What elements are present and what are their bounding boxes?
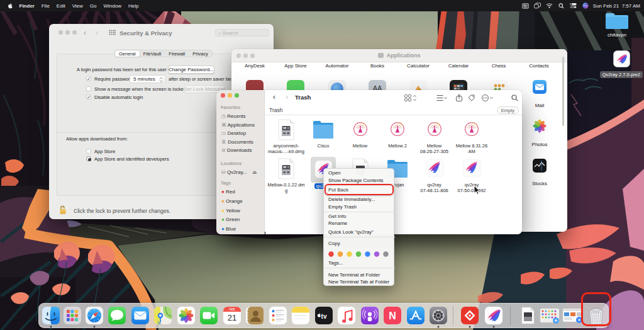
svg-text:N: N [389, 310, 396, 321]
svg-text:FEB: FEB [230, 308, 235, 311]
svg-text:tv: tv [321, 313, 327, 320]
svg-text:21: 21 [228, 313, 236, 322]
